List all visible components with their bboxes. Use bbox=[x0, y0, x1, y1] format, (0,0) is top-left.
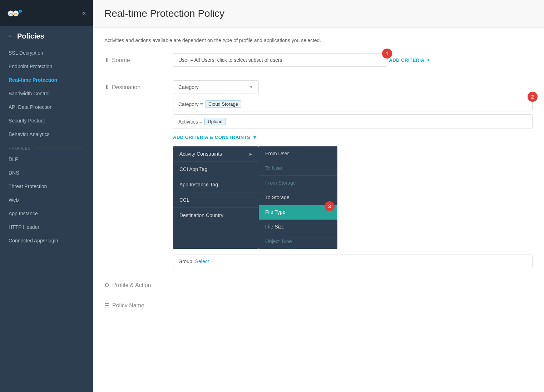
submenu-item-file-size[interactable]: File Size bbox=[259, 220, 337, 234]
add-criteria-label: ADD CRITERIA bbox=[389, 57, 424, 63]
menu-item-destination-country[interactable]: Destination Country bbox=[173, 208, 259, 223]
source-label: ⬆ Source bbox=[104, 53, 162, 64]
menu-item-activity-constraints-label: Activity Constraints bbox=[179, 151, 222, 157]
sidebar-item-api[interactable]: API Data Protection bbox=[0, 100, 93, 114]
profile-action-label: ⚙ Profile & Action bbox=[104, 278, 162, 288]
badge-3: 3 bbox=[325, 201, 335, 211]
sidebar-item-appinstance[interactable]: App Instance bbox=[0, 207, 93, 220]
category-dropdown[interactable]: Category ▼ bbox=[173, 80, 259, 94]
content-area: Activities and actions available are dep… bbox=[93, 27, 544, 392]
sidebar-item-ssl[interactable]: SSL Decryption bbox=[0, 46, 93, 60]
submenu-item-from-user[interactable]: From User bbox=[259, 146, 337, 161]
logo bbox=[7, 6, 24, 19]
group-select-value: Select bbox=[195, 258, 209, 264]
source-field-value: User = All Users: click to select subset… bbox=[178, 57, 282, 63]
sidebar-item-threat[interactable]: Threat Protection bbox=[0, 180, 93, 193]
main-content: Real-time Protection Policy Activities a… bbox=[93, 0, 544, 392]
content-description: Activities and actions available are dep… bbox=[104, 37, 533, 43]
sidebar-item-security[interactable]: Security Posture bbox=[0, 114, 93, 127]
sidebar-header: « bbox=[0, 0, 93, 26]
submenu-file-size-label: File Size bbox=[265, 224, 285, 230]
sidebar-item-endpoint[interactable]: Endpoint Protection bbox=[0, 60, 93, 73]
menu-item-cci-label: CCI App Tag bbox=[179, 166, 207, 172]
topbar: Real-time Protection Policy bbox=[93, 0, 544, 27]
menu-item-app-instance-tag[interactable]: App Instance Tag bbox=[173, 177, 259, 192]
submenu-item-object-type: Object Type bbox=[259, 234, 337, 249]
category-dropdown-label: Category bbox=[178, 84, 199, 90]
activities-criteria-field: Activities = Upload bbox=[173, 114, 533, 129]
profile-action-icon: ⚙ bbox=[104, 282, 109, 288]
submenu-object-type-label: Object Type bbox=[265, 238, 292, 244]
destination-icon: ⬇ bbox=[104, 84, 109, 91]
sidebar-item-connected[interactable]: Connected App/Plugin bbox=[0, 234, 93, 247]
submenu-to-user-label: To User bbox=[265, 165, 282, 171]
profiles-section-label: PROFILES bbox=[0, 141, 93, 152]
source-icon: ⬆ bbox=[104, 57, 109, 64]
activities-criteria-label: Activities = bbox=[178, 119, 202, 125]
back-arrow-icon: ← bbox=[7, 32, 14, 40]
submenu-arrow-icon: ▶ bbox=[249, 152, 252, 156]
submenu-item-from-storage: From Storage bbox=[259, 176, 337, 190]
profile-action-section: ⚙ Profile & Action bbox=[104, 278, 533, 288]
add-criteria-constraints-button[interactable]: ADD CRITERIA & CONSTRAINTS ▼ bbox=[173, 133, 533, 141]
group-label: Group: bbox=[178, 258, 195, 264]
menu-item-cci-app-tag[interactable]: CCI App Tag bbox=[173, 162, 259, 177]
criteria-dropdown-menu: Activity Constraints ▶ CCI App Tag App I… bbox=[173, 146, 259, 249]
destination-content: Category ▼ Category = Cloud Storage 2 Ac… bbox=[173, 80, 533, 268]
dropdown-container: Activity Constraints ▶ CCI App Tag App I… bbox=[173, 146, 533, 249]
menu-item-app-instance-label: App Instance Tag bbox=[179, 182, 218, 187]
category-criteria-label: Category = bbox=[178, 101, 203, 107]
submenu-from-user-label: From User bbox=[265, 151, 289, 156]
sidebar-back-label: Policies bbox=[17, 32, 44, 40]
category-dropdown-chevron-icon: ▼ bbox=[249, 85, 253, 90]
activity-constraints-submenu: From User To User From Storage To Storag… bbox=[259, 146, 337, 249]
category-criteria-tag: Cloud Storage bbox=[205, 100, 241, 108]
menu-item-destination-country-label: Destination Country bbox=[179, 212, 223, 218]
submenu-from-storage-label: From Storage bbox=[265, 180, 296, 186]
sidebar: « ← Policies SSL Decryption Endpoint Pro… bbox=[0, 0, 93, 392]
sidebar-item-web[interactable]: Web bbox=[0, 193, 93, 207]
activities-criteria-tag: Upload bbox=[204, 118, 226, 125]
sidebar-item-realtime[interactable]: Real-time Protection bbox=[0, 73, 93, 87]
destination-label: ⬇ Destination bbox=[104, 80, 162, 91]
submenu-item-file-type[interactable]: File Type 3 bbox=[259, 205, 337, 220]
menu-item-activity-constraints[interactable]: Activity Constraints ▶ bbox=[173, 146, 259, 162]
add-criteria-chevron-icon: ▼ bbox=[427, 58, 430, 62]
page-title: Real-time Protection Policy bbox=[104, 8, 533, 19]
sidebar-item-dlp[interactable]: DLP bbox=[0, 152, 93, 166]
sidebar-item-behavior[interactable]: Behavior Analytics bbox=[0, 127, 93, 141]
destination-section: ⬇ Destination Category ▼ Category = Clou… bbox=[104, 80, 533, 268]
sidebar-item-httpheader[interactable]: HTTP Header bbox=[0, 220, 93, 234]
add-criteria-button[interactable]: ADD CRITERIA ▼ bbox=[389, 56, 430, 64]
sidebar-item-bandwidth[interactable]: Bandwidth Control bbox=[0, 87, 93, 100]
submenu-file-type-label: File Type bbox=[265, 209, 286, 215]
sidebar-nav: SSL Decryption Endpoint Protection Real-… bbox=[0, 43, 93, 250]
submenu-item-to-user: To User bbox=[259, 161, 337, 176]
add-cc-chevron-icon: ▼ bbox=[252, 135, 257, 140]
badge-2: 2 bbox=[528, 92, 538, 102]
add-cc-label: ADD CRITERIA & CONSTRAINTS bbox=[173, 135, 250, 140]
sidebar-item-dns[interactable]: DNS bbox=[0, 166, 93, 180]
svg-point-6 bbox=[19, 10, 21, 12]
menu-item-ccl[interactable]: CCL bbox=[173, 192, 259, 208]
source-content: User = All Users: click to select subset… bbox=[173, 53, 533, 70]
policy-name-icon: ☰ bbox=[104, 302, 109, 309]
group-field[interactable]: Group: Select bbox=[173, 255, 533, 268]
sidebar-collapse-button[interactable]: « bbox=[82, 9, 86, 17]
menu-item-ccl-label: CCL bbox=[179, 197, 189, 203]
category-criteria-field: Category = Cloud Storage 2 bbox=[173, 97, 533, 111]
source-section: ⬆ Source User = All Users: click to sele… bbox=[104, 53, 533, 70]
policy-name-section: ☰ Policy Name bbox=[104, 298, 533, 309]
badge-1: 1 bbox=[382, 49, 392, 59]
policy-name-label: ☰ Policy Name bbox=[104, 298, 162, 309]
sidebar-back-button[interactable]: ← Policies bbox=[0, 26, 93, 43]
source-field[interactable]: User = All Users: click to select subset… bbox=[173, 53, 387, 67]
submenu-to-storage-label: To Storage bbox=[265, 195, 290, 200]
